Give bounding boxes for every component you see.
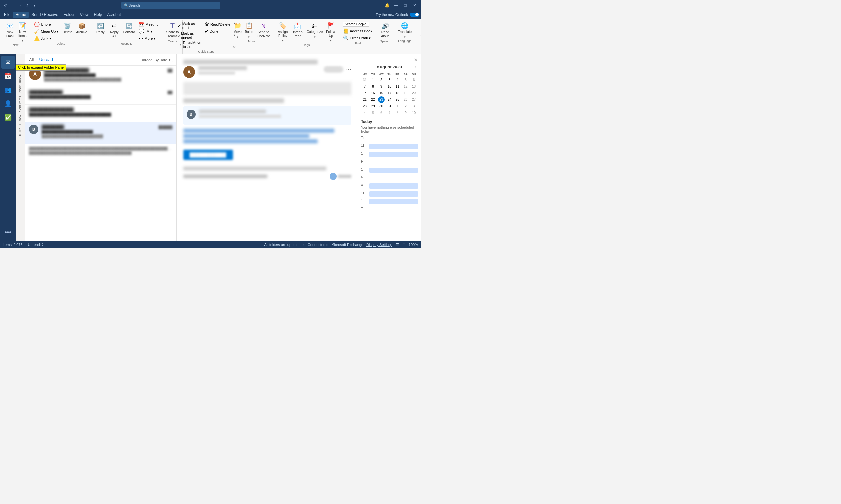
menu-send-receive[interactable]: Send / Receive bbox=[29, 12, 61, 18]
read-delete-btn[interactable]: 🗑 Read/Delete bbox=[203, 21, 232, 28]
filter-email-arrow[interactable]: ▾ bbox=[369, 36, 371, 40]
calendar-day[interactable]: 7 bbox=[385, 110, 394, 116]
calendar-day[interactable]: 29 bbox=[369, 103, 377, 110]
ignore-btn[interactable]: 🚫 Ignore bbox=[33, 21, 60, 28]
calendar-day[interactable]: 25 bbox=[394, 96, 402, 103]
calendar-day[interactable]: 28 bbox=[361, 103, 369, 110]
reply-all-btn[interactable]: ↩ ReplyAll bbox=[108, 21, 121, 39]
calendar-close-btn[interactable]: ✕ bbox=[414, 57, 418, 62]
calendar-day[interactable]: 13 bbox=[410, 83, 418, 90]
more-btn[interactable]: ⋯ More ▾ bbox=[137, 35, 159, 41]
cal-prev-btn[interactable]: ‹ bbox=[361, 64, 365, 70]
calendar-day[interactable]: 16 bbox=[377, 90, 385, 96]
menu-view[interactable]: View bbox=[78, 12, 91, 18]
dropdown-icon[interactable]: ▾ bbox=[32, 3, 37, 8]
calendar-day[interactable]: 1 bbox=[394, 103, 402, 110]
meeting-btn[interactable]: 📅 Meeting bbox=[137, 21, 159, 28]
nav-tasks-icon[interactable]: ✅ bbox=[1, 111, 15, 124]
cleanup-arrow[interactable]: ▾ bbox=[57, 29, 59, 34]
folder-inbox[interactable]: Inbox bbox=[18, 75, 22, 83]
calendar-day[interactable]: 1 bbox=[369, 77, 377, 83]
calendar-day[interactable]: 14 bbox=[361, 90, 369, 96]
refresh2-icon[interactable]: ↺ bbox=[24, 3, 30, 8]
minimize-btn[interactable]: — bbox=[393, 2, 399, 8]
email-item[interactable]: ████████████████ ███████████████████████… bbox=[25, 105, 176, 122]
email-item[interactable]: ████████████████████████████████████████… bbox=[25, 144, 176, 158]
calendar-day[interactable]: 19 bbox=[402, 90, 410, 96]
calendar-day[interactable]: 7 bbox=[361, 83, 369, 90]
new-items-dropdown[interactable]: ▾ bbox=[17, 38, 28, 43]
email-item[interactable]: B ████████ ██████ ████████████████████ █… bbox=[25, 122, 176, 144]
calendar-day[interactable]: 12 bbox=[402, 83, 410, 90]
mark-read-btn[interactable]: ✓ Mark as read bbox=[176, 21, 203, 30]
search-people-btn[interactable]: Search People bbox=[342, 21, 373, 27]
calendar-day[interactable]: 10 bbox=[410, 110, 418, 116]
menu-home[interactable]: Home bbox=[13, 12, 29, 18]
cleanup-btn[interactable]: 🧹 Clean Up ▾ bbox=[33, 28, 60, 35]
time-event-1i[interactable] bbox=[370, 167, 418, 173]
move-jira-btn[interactable]: → Read/Move to Jira bbox=[176, 40, 203, 49]
menu-file[interactable]: File bbox=[1, 12, 13, 18]
time-event-1a[interactable] bbox=[370, 152, 418, 157]
calendar-day[interactable]: 9 bbox=[402, 110, 410, 116]
calendar-day[interactable]: 5 bbox=[369, 110, 377, 116]
reading-cta-btn[interactable]: ████████████ bbox=[183, 150, 233, 160]
refresh-icon[interactable]: ↺ bbox=[3, 3, 8, 8]
rules-btn[interactable]: 📋 Rules ▾ bbox=[243, 21, 255, 39]
calendar-day[interactable]: 21 bbox=[361, 96, 369, 103]
calendar-day[interactable]: 22 bbox=[369, 96, 377, 103]
move-btn[interactable]: 📁 Move ▾ bbox=[232, 21, 243, 39]
calendar-day[interactable]: 24 bbox=[385, 96, 394, 103]
menu-acrobat[interactable]: Acrobat bbox=[104, 12, 123, 18]
send-onenote-btn[interactable]: N Send toOneNote bbox=[255, 21, 272, 39]
tab-all[interactable]: All bbox=[28, 57, 35, 63]
nav-mail-icon[interactable]: ✉ bbox=[1, 56, 15, 69]
view-icon[interactable]: ☰ bbox=[396, 242, 399, 247]
calendar-day[interactable]: 30 bbox=[377, 103, 385, 110]
folder-inbox2[interactable]: Inbox bbox=[18, 85, 22, 93]
translate-main[interactable]: 🌐 Translate bbox=[397, 21, 413, 35]
calendar-day[interactable]: 27 bbox=[410, 96, 418, 103]
nav-calendar-icon[interactable]: 📅 bbox=[1, 70, 15, 83]
junk-btn[interactable]: ⚠️ Junk ▾ bbox=[33, 35, 60, 41]
calendar-day[interactable]: 2 bbox=[402, 103, 410, 110]
new-items-main[interactable]: 📝 NewItems bbox=[17, 21, 28, 38]
categorize-btn[interactable]: 🏷 Categorize ▾ bbox=[306, 21, 324, 39]
follow-up-btn[interactable]: 🚩 FollowUp ▾ bbox=[325, 21, 337, 43]
follow-up-main[interactable]: 🚩 FollowUp bbox=[325, 21, 337, 38]
move-main[interactable]: 📁 Move bbox=[232, 21, 243, 35]
assign-policy-btn[interactable]: 🏷️ AssignPolicy ▾ bbox=[276, 21, 289, 43]
rules-dropdown[interactable]: ▾ bbox=[243, 35, 255, 39]
junk-arrow[interactable]: ▾ bbox=[49, 36, 51, 40]
calendar-day[interactable]: 4 bbox=[394, 77, 402, 83]
nav-contacts-icon[interactable]: 👥 bbox=[1, 83, 15, 96]
cal-next-btn[interactable]: › bbox=[414, 64, 418, 70]
categorize-main[interactable]: 🏷 Categorize bbox=[306, 21, 324, 35]
close-btn[interactable]: ✕ bbox=[411, 2, 418, 8]
time-event-4[interactable] bbox=[370, 183, 418, 188]
search-bar[interactable]: 🔍 Search bbox=[121, 2, 220, 9]
folder-sent-items[interactable]: Sent Items bbox=[18, 96, 22, 112]
done-btn[interactable]: ✔ Done bbox=[203, 28, 232, 35]
calendar-day[interactable]: 3 bbox=[385, 77, 394, 83]
try-new-toggle[interactable] bbox=[410, 13, 419, 17]
im-btn[interactable]: 💬 IM ▾ bbox=[137, 28, 159, 35]
filter-email-btn[interactable]: 🔍 Filter Email ▾ bbox=[342, 35, 373, 41]
view-list-icon[interactable]: ⊞ bbox=[402, 242, 405, 247]
unread-read-btn[interactable]: 📩 Unread/Read bbox=[290, 21, 305, 39]
forward-icon[interactable]: → bbox=[17, 3, 22, 8]
rules-main[interactable]: 📋 Rules bbox=[243, 21, 255, 35]
maximize-btn[interactable]: □ bbox=[402, 2, 409, 8]
calendar-day[interactable]: 3 bbox=[410, 103, 418, 110]
expand-folder-pane-tooltip[interactable]: Click to expand Folder Pane bbox=[16, 64, 66, 71]
reply-scheduling-btn[interactable]: 📊 Reply withScheduling Poll bbox=[418, 21, 420, 39]
calendar-day[interactable]: 2 bbox=[377, 77, 385, 83]
new-items-btn[interactable]: 📝 NewItems ▾ bbox=[17, 21, 28, 43]
calendar-day[interactable]: 9 bbox=[377, 83, 385, 90]
archive-btn[interactable]: 📦 Archive bbox=[74, 21, 89, 35]
calendar-day[interactable]: 11 bbox=[394, 83, 402, 90]
calendar-day[interactable]: 18 bbox=[394, 90, 402, 96]
search-people-input[interactable]: Search People bbox=[343, 22, 370, 27]
calendar-day[interactable]: 23 bbox=[378, 96, 384, 103]
calendar-day[interactable]: 17 bbox=[385, 90, 394, 96]
